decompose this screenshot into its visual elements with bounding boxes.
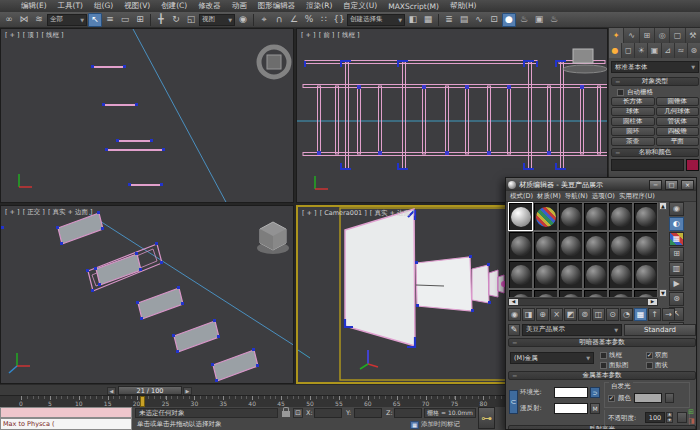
object-type-rollout-header[interactable]: − 对象类型 <box>611 77 699 86</box>
slot-scroll-down[interactable]: ▼ <box>659 289 667 297</box>
select-and-link-icon[interactable]: ∞ <box>2 13 16 27</box>
object-button[interactable]: 球体 <box>611 107 655 116</box>
autogrid-checkbox[interactable]: 自动栅格 <box>617 88 653 97</box>
viewport-shading-mode[interactable]: [ 真实 + 边面 ] <box>370 209 415 218</box>
tab-hierarchy[interactable]: ⊞ <box>640 28 655 43</box>
material-sample-slot[interactable] <box>558 289 583 297</box>
window-crossing-icon[interactable]: ⊞ <box>133 13 147 27</box>
schematic-view-icon[interactable]: ⊡ <box>487 13 501 27</box>
menu-item[interactable]: 组(G) <box>89 1 118 11</box>
macro-recorder-field[interactable] <box>0 407 132 418</box>
add-time-tag[interactable]: ▦ 添加时间标记 <box>410 420 460 429</box>
sample-type-icon[interactable]: ◉ <box>669 202 684 216</box>
selfillum-map-button[interactable] <box>665 393 674 403</box>
material-sample-slot[interactable] <box>558 231 583 260</box>
material-sample-slot[interactable] <box>608 202 633 231</box>
named-selection-sets-dropdown[interactable]: 创建选择集▼ <box>347 14 405 26</box>
material-menu-item[interactable]: 模式(D) <box>510 192 533 201</box>
object-button[interactable]: 管状体 <box>656 117 700 126</box>
reset-map-icon[interactable]: × <box>550 308 563 321</box>
diffuse-map-button[interactable]: M <box>590 403 600 414</box>
selfillum-color-checkbox[interactable]: ✓ <box>608 395 615 402</box>
viewport-menu-plus[interactable]: [ + ] <box>5 208 20 217</box>
material-menu-item[interactable]: 选项(O) <box>592 192 615 201</box>
checkbox-icon[interactable] <box>646 362 653 369</box>
notification-icon-green[interactable]: ⊞ <box>688 409 694 416</box>
viewport-orthographic[interactable]: [ + ] [ 正交 ] [ 真实 + 边面 ] <box>0 205 294 384</box>
rendered-frame-window-icon[interactable]: ▣ <box>532 13 546 27</box>
y-coordinate-field[interactable] <box>354 408 382 418</box>
maxscript-mini-listener[interactable]: Max to Physca ( <box>0 418 132 430</box>
menu-item[interactable]: 编辑(E) <box>16 1 52 11</box>
curve-editor-icon[interactable]: ∿ <box>472 13 486 27</box>
maximize-button[interactable]: □ <box>665 180 678 190</box>
rectangular-selection-region-icon[interactable]: ▭ <box>118 13 132 27</box>
select-and-move-icon[interactable]: ╋ <box>154 13 168 27</box>
checkbox-icon[interactable] <box>600 352 607 359</box>
metal-rollout-header[interactable]: − 金属基本参数 <box>508 371 696 380</box>
slot-scroll-up[interactable]: ▲ <box>659 202 667 210</box>
tab-lights[interactable]: ☀ <box>635 43 648 58</box>
ambient-color-swatch[interactable] <box>554 387 588 398</box>
material-sample-slot[interactable] <box>583 202 608 231</box>
material-sample-slot[interactable] <box>533 289 558 297</box>
material-sample-slot[interactable] <box>608 289 633 297</box>
checkbox-icon[interactable]: ✓ <box>646 352 653 359</box>
background-icon[interactable]: ▦ <box>669 232 684 246</box>
tab-systems[interactable]: ⊛ <box>688 43 700 58</box>
z-coordinate-field[interactable] <box>394 408 422 418</box>
select-object-icon[interactable]: ↖ <box>88 13 102 27</box>
make-unique-icon[interactable]: ⊚ <box>578 308 591 321</box>
shader-type-dropdown[interactable]: (M)金属▼ <box>510 352 594 364</box>
tab-space-warps[interactable]: ≈ <box>675 43 688 58</box>
selection-lock-icon[interactable] <box>282 411 290 417</box>
shader-checkbox-面贴图[interactable]: 面贴图 <box>600 360 646 370</box>
assign-material-to-selection-icon[interactable]: ⊕ <box>536 308 549 321</box>
viewport-shading-mode[interactable]: [ 线框 ] <box>41 31 63 40</box>
object-button[interactable]: 长方体 <box>611 97 655 106</box>
material-sample-slot[interactable] <box>558 260 583 289</box>
close-button[interactable]: × <box>681 180 694 190</box>
absolute-mode-toggle-icon[interactable]: ⊡ <box>293 408 303 418</box>
show-map-in-viewport-icon[interactable]: ▦ <box>634 308 647 321</box>
menu-item[interactable]: MAXScript(M) <box>383 2 444 11</box>
go-forward-to-sibling-icon[interactable]: → <box>662 308 675 321</box>
material-sample-slot[interactable] <box>608 260 633 289</box>
object-button[interactable]: 四棱锥 <box>656 127 700 136</box>
minimize-button[interactable]: ─ <box>649 180 662 190</box>
select-and-rotate-icon[interactable]: ↻ <box>169 13 183 27</box>
viewport-top[interactable]: [ + ] [ 顶 ] [ 线框 ] <box>0 28 294 203</box>
viewport-view-name[interactable]: [ 正交 ] <box>23 208 45 217</box>
sample-uv-tiling-icon[interactable]: ⊞ <box>669 247 684 261</box>
viewport-view-name[interactable]: [ 前 ] <box>319 31 335 40</box>
menu-item[interactable]: 自定义(U) <box>338 1 382 11</box>
object-name-field[interactable] <box>611 159 684 171</box>
reference-coordinate-dropdown[interactable]: 视图▼ <box>199 14 235 26</box>
unlink-selection-icon[interactable]: ⋈ <box>17 13 31 27</box>
object-button[interactable]: 圆柱体 <box>611 117 655 126</box>
opacity-spinner[interactable]: ▲▼ <box>666 412 673 423</box>
material-sample-slot[interactable] <box>508 260 533 289</box>
go-to-parent-icon[interactable]: ↑ <box>648 308 661 321</box>
spinner-snap-icon[interactable]: ∷ <box>317 13 331 27</box>
tab-modify[interactable]: ∿ <box>624 28 639 43</box>
pick-material-eyedropper-icon[interactable]: ✎ <box>508 324 520 336</box>
viewport-menu-plus[interactable]: [ + ] <box>301 31 316 40</box>
angle-snap-icon[interactable]: ∠ <box>287 13 301 27</box>
tab-utilities[interactable]: ⚒ <box>686 28 700 43</box>
material-sample-slot[interactable] <box>533 202 558 231</box>
edit-named-sets-icon[interactable]: {} <box>332 13 346 27</box>
tab-shapes[interactable]: ◻ <box>622 43 635 58</box>
percent-snap-icon[interactable]: % <box>302 13 316 27</box>
menu-item[interactable]: 渲染(R) <box>301 1 337 11</box>
material-editor-icon[interactable]: ● <box>502 13 516 27</box>
material-name-dropdown[interactable]: 美豆产品展示▼ <box>522 324 622 336</box>
menu-item[interactable]: 创建(C) <box>156 1 192 11</box>
material-menu-item[interactable]: 实用程序(U) <box>619 192 655 201</box>
viewport-menu-plus[interactable]: [ + ] <box>302 209 317 218</box>
material-type-button[interactable]: Standard <box>624 324 696 336</box>
name-color-rollout-header[interactable]: − 名称和颜色 <box>611 148 699 157</box>
dialog-title-bar[interactable]: 材质编辑器 - 美豆产品展示 ─ □ × <box>506 178 696 191</box>
menu-item[interactable]: 视图(V) <box>119 1 155 11</box>
material-sample-slot[interactable] <box>633 231 658 260</box>
